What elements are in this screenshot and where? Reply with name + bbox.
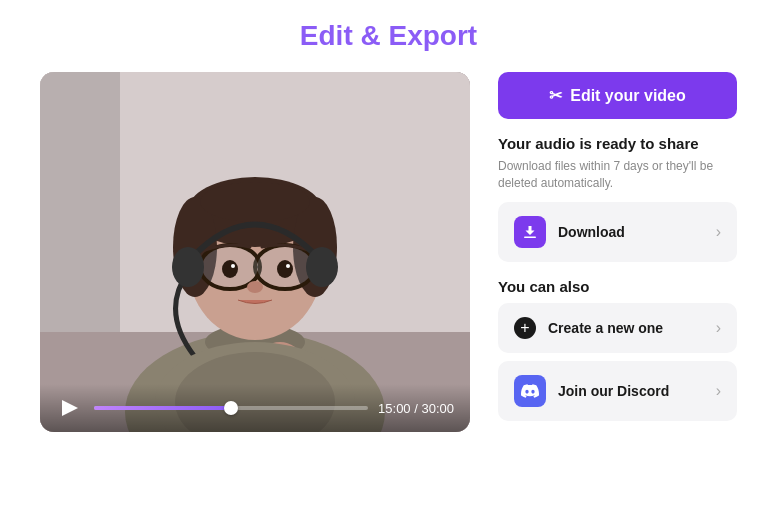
audio-ready-title: Your audio is ready to share [498,135,737,152]
svg-point-11 [200,182,310,222]
create-new-chevron-icon: › [716,319,721,337]
video-thumbnail [40,72,470,432]
svg-point-22 [277,260,293,278]
time-display: 15:00 / 30:00 [378,401,454,416]
main-content: 15:00 / 30:00 ✂ Edit your video Your aud… [40,72,737,432]
create-new-label: Create a new one [548,320,704,336]
svg-point-21 [222,260,238,278]
download-action-row[interactable]: Download › [498,202,737,262]
discord-icon [514,375,546,407]
plus-icon: + [514,317,536,339]
you-can-also-title: You can also [498,278,737,295]
download-icon [514,216,546,248]
progress-bar[interactable] [94,406,368,410]
discord-chevron-icon: › [716,382,721,400]
play-icon [62,400,78,416]
discord-action-row[interactable]: Join our Discord › [498,361,737,421]
video-person-image [40,72,470,432]
right-panel: ✂ Edit your video Your audio is ready to… [498,72,737,421]
play-button[interactable] [56,394,84,422]
audio-ready-subtitle: Download files within 7 days or they'll … [498,158,737,192]
scissors-icon: ✂ [549,86,562,105]
video-panel: 15:00 / 30:00 [40,72,470,432]
svg-point-24 [286,264,290,268]
svg-rect-32 [524,236,536,238]
svg-point-29 [306,247,338,287]
download-label: Download [558,224,704,240]
create-new-action-row[interactable]: + Create a new one › [498,303,737,353]
svg-point-28 [172,247,204,287]
page-title: Edit & Export [300,20,477,52]
audio-ready-section: Your audio is ready to share Download fi… [498,135,737,262]
you-can-also-section: You can also + Create a new one › Join o… [498,278,737,421]
svg-point-23 [231,264,235,268]
svg-point-25 [247,281,263,293]
video-controls: 15:00 / 30:00 [40,384,470,432]
edit-your-video-button[interactable]: ✂ Edit your video [498,72,737,119]
progress-fill [94,406,231,410]
discord-label: Join our Discord [558,383,704,399]
download-chevron-icon: › [716,223,721,241]
progress-thumb[interactable] [224,401,238,415]
edit-button-label: Edit your video [570,87,686,105]
